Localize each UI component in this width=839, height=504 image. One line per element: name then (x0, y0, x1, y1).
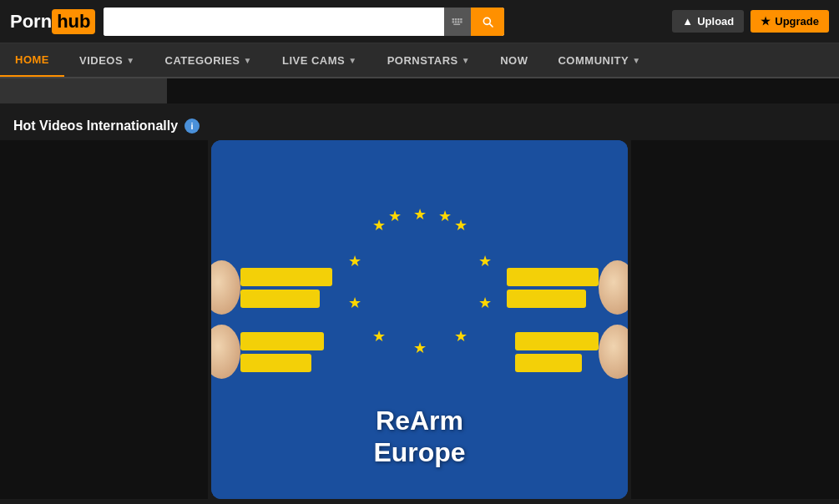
svg-text:★: ★ (478, 295, 492, 311)
brush-handle (211, 260, 240, 315)
chevron-down-icon: ▼ (244, 56, 252, 65)
svg-text:★: ★ (454, 328, 468, 345)
brush-handle (599, 260, 628, 315)
eu-card: ★ ★ ★ ★ ★ ★ ★ ★ ★ ★ ★ ★ (211, 140, 628, 499)
upload-button[interactable]: ▲ Upload (672, 10, 744, 33)
search-button[interactable] (471, 8, 504, 36)
svg-text:★: ★ (413, 206, 427, 223)
svg-text:★: ★ (348, 295, 361, 311)
upload-label: Upload (697, 15, 734, 28)
header: Porn hub ▲ Upload (0, 0, 839, 43)
nav-community-label: COMMUNITY (558, 54, 629, 67)
svg-rect-6 (455, 21, 457, 23)
nav-home-label: HOME (15, 53, 49, 66)
content-area: Hot Videos Internationally i (0, 103, 839, 504)
chevron-down-icon: ▼ (632, 56, 640, 65)
svg-rect-5 (452, 21, 454, 23)
svg-text:★: ★ (454, 217, 468, 234)
chevron-down-icon: ▼ (462, 56, 470, 65)
upload-icon: ▲ (682, 15, 693, 28)
nav-item-livecams[interactable]: LIVE CAMS ▼ (267, 43, 372, 77)
nav-videos-label: VIDEOS (79, 54, 123, 67)
nav-item-home[interactable]: HOME (0, 43, 64, 77)
upgrade-label: Upgrade (775, 15, 819, 28)
svg-rect-4 (461, 18, 462, 20)
search-bar (104, 8, 504, 36)
nav-item-now[interactable]: NOW (485, 43, 543, 77)
svg-text:★: ★ (413, 340, 427, 356)
svg-text:★: ★ (348, 253, 361, 270)
star-icon: ★ (761, 15, 771, 28)
logo[interactable]: Porn hub (10, 9, 95, 34)
svg-text:★: ★ (372, 328, 386, 345)
title-line2: Europe (373, 436, 465, 468)
nav-categories-label: CATEGORIES (165, 54, 240, 67)
brush-handle (599, 325, 628, 379)
video-title: ReArm Europe (373, 405, 465, 469)
upgrade-button[interactable]: ★ Upgrade (751, 10, 829, 33)
video-row: ★ ★ ★ ★ ★ ★ ★ ★ ★ ★ ★ ★ (0, 140, 839, 499)
nav-now-label: NOW (500, 54, 528, 67)
svg-rect-9 (454, 23, 461, 25)
right-side-panel (631, 140, 839, 499)
ad-banner (0, 78, 167, 103)
nav-item-pornstars[interactable]: PORNSTARS ▼ (372, 43, 486, 77)
svg-text:★: ★ (478, 253, 492, 270)
chevron-down-icon: ▼ (126, 56, 134, 65)
logo-part1: Porn (10, 11, 52, 33)
nav-item-community[interactable]: COMMUNITY ▼ (543, 43, 655, 77)
nav-item-videos[interactable]: VIDEOS ▼ (64, 43, 150, 77)
nav-pornstars-label: PORNSTARS (387, 54, 458, 67)
svg-rect-3 (457, 18, 459, 20)
search-input[interactable] (104, 8, 444, 36)
title-line1: ReArm (373, 405, 465, 436)
keyboard-icon (444, 8, 471, 36)
banner-area (0, 78, 839, 103)
logo-part2: hub (52, 9, 95, 34)
chevron-down-icon: ▼ (348, 56, 356, 65)
nav-livecams-label: LIVE CAMS (282, 54, 345, 67)
info-icon[interactable]: i (184, 118, 200, 134)
eu-stars-ring: ★ ★ ★ ★ ★ ★ ★ ★ ★ ★ ★ ★ (261, 171, 579, 388)
left-side-panel (0, 140, 208, 499)
svg-rect-8 (461, 21, 462, 23)
brush-handle (211, 325, 240, 379)
svg-text:★: ★ (438, 208, 452, 224)
header-actions: ▲ Upload ★ Upgrade (672, 10, 829, 33)
nav-item-categories[interactable]: CATEGORIES ▼ (150, 43, 267, 77)
nav: HOME VIDEOS ▼ CATEGORIES ▼ LIVE CAMS ▼ P… (0, 43, 839, 78)
svg-rect-2 (455, 18, 457, 20)
section-title: Hot Videos Internationally i (0, 112, 839, 140)
svg-text:★: ★ (372, 217, 386, 234)
svg-text:★: ★ (388, 208, 402, 224)
svg-rect-7 (457, 21, 459, 23)
svg-rect-1 (452, 18, 454, 20)
section-title-text: Hot Videos Internationally (13, 118, 178, 134)
featured-video-card[interactable]: ★ ★ ★ ★ ★ ★ ★ ★ ★ ★ ★ ★ (211, 140, 628, 499)
